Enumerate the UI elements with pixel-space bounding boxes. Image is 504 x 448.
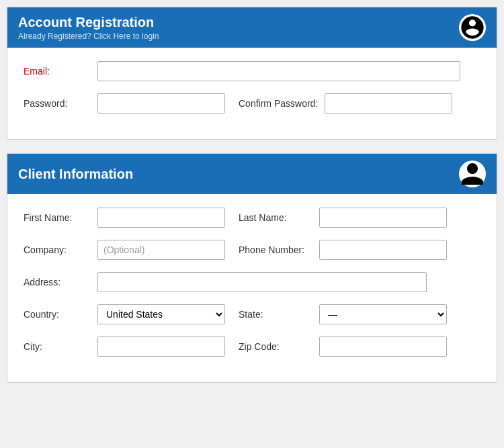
- account-registration-body: Email: Password: Confirm Password:: [7, 48, 497, 139]
- header-left: Account Registration Already Registered?…: [18, 15, 159, 41]
- company-field[interactable]: [97, 240, 225, 260]
- email-field[interactable]: [97, 61, 460, 81]
- last-name-label: Last Name:: [239, 212, 319, 223]
- password-label: Password:: [24, 98, 97, 109]
- zip-group: Zip Code:: [239, 337, 447, 357]
- client-information-card: Client Information First Name: Last Name…: [7, 153, 497, 383]
- address-label: Address:: [24, 277, 97, 287]
- email-label: Email:: [24, 66, 97, 77]
- phone-group: Phone Number:: [239, 240, 447, 260]
- account-registration-subtitle[interactable]: Already Registered? Click Here to login: [18, 32, 159, 41]
- address-field[interactable]: [97, 272, 427, 292]
- client-icon: [459, 161, 486, 187]
- state-label: State:: [239, 309, 319, 320]
- account-registration-header: Account Registration Already Registered?…: [7, 7, 497, 48]
- city-field[interactable]: [97, 337, 225, 357]
- country-state-row: Country: United States Canada United Kin…: [24, 304, 480, 324]
- phone-label: Phone Number:: [239, 244, 319, 255]
- company-phone-row: Company: Phone Number:: [24, 240, 480, 260]
- zip-field[interactable]: [319, 337, 447, 357]
- client-information-title: Client Information: [18, 167, 133, 182]
- company-label: Company:: [24, 244, 97, 255]
- city-label: City:: [24, 341, 97, 352]
- client-svg-icon: [459, 161, 486, 187]
- account-icon: [459, 14, 486, 41]
- account-svg-icon: [459, 14, 486, 41]
- client-information-body: First Name: Last Name: Company: Phone Nu…: [7, 194, 497, 382]
- email-row: Email:: [24, 61, 480, 81]
- first-name-field[interactable]: [97, 208, 225, 228]
- last-name-field[interactable]: [319, 208, 447, 228]
- state-select[interactable]: — Alabama Alaska Arizona California Colo…: [319, 304, 447, 324]
- confirm-password-field[interactable]: [325, 93, 452, 114]
- confirm-password-label: Confirm Password:: [239, 98, 318, 109]
- client-information-header: Client Information: [7, 154, 497, 194]
- client-header-left: Client Information: [18, 167, 133, 182]
- password-row: Password: Confirm Password:: [24, 93, 480, 114]
- phone-field[interactable]: [319, 240, 447, 260]
- country-select[interactable]: United States Canada United Kingdom Aust…: [97, 304, 225, 324]
- name-row: First Name: Last Name:: [24, 208, 480, 228]
- state-group: State: — Alabama Alaska Arizona Californ…: [239, 304, 447, 324]
- password-field[interactable]: [97, 93, 225, 114]
- city-zip-row: City: Zip Code:: [24, 337, 480, 357]
- address-row: Address:: [24, 272, 480, 292]
- account-registration-card: Account Registration Already Registered?…: [7, 7, 497, 140]
- zip-label: Zip Code:: [239, 341, 319, 352]
- account-registration-title: Account Registration: [18, 15, 159, 30]
- last-name-group: Last Name:: [239, 208, 447, 228]
- country-label: Country:: [24, 309, 97, 320]
- first-name-label: First Name:: [24, 212, 97, 223]
